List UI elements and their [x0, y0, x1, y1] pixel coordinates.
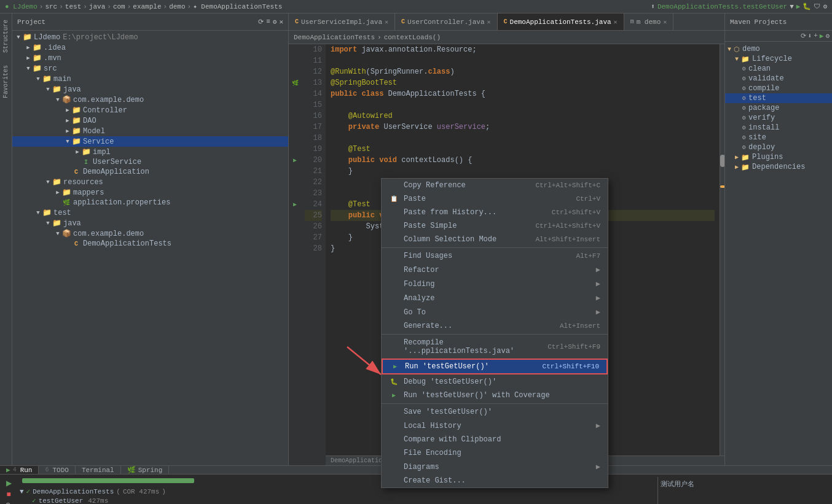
run-start-button[interactable]: ▶: [4, 478, 14, 488]
ctx-paste-history[interactable]: Paste from History... Ctrl+Shift+V: [382, 206, 608, 219]
maven-item-compile[interactable]: ⚙ compile: [725, 83, 832, 93]
tree-item-src[interactable]: ▼ 📁 src: [12, 63, 288, 74]
maven-item-plugins[interactable]: ▶ 📁 Plugins: [725, 152, 832, 162]
maven-item-clean[interactable]: ⚙ clean: [725, 64, 832, 74]
tree-item-main[interactable]: ▼ 📁 main: [12, 74, 288, 84]
maven-item-deploy[interactable]: ⚙ deploy: [725, 142, 832, 152]
bottom-tab-todo[interactable]: 6 TODO: [39, 466, 75, 474]
run-rerun-button[interactable]: ⟳: [4, 500, 14, 504]
tree-item-java-main[interactable]: ▼ 📁 java: [12, 84, 288, 95]
maven-run-icon[interactable]: ▶: [820, 32, 824, 40]
tree-item-demoapplication[interactable]: C DemoApplication: [12, 167, 288, 177]
settings-icon[interactable]: ⚙: [823, 2, 827, 10]
ctx-paste[interactable]: 📋 Paste Ctrl+V: [382, 192, 608, 206]
ctx-save[interactable]: Save 'testGetUser()': [382, 405, 608, 419]
maven-item-package[interactable]: ⚙ package: [725, 103, 832, 113]
bottom-tab-run[interactable]: ▶ 4 Run: [0, 466, 39, 474]
structure-tab[interactable]: Structure: [1, 16, 10, 56]
maven-item-demo[interactable]: ▼ ⬡ demo: [725, 44, 832, 54]
run-stop-button[interactable]: ■: [4, 489, 12, 499]
tab-userserviceimpl[interactable]: C UserServiceImpl.java ✕: [289, 14, 395, 31]
coverage-button[interactable]: 🛡: [814, 2, 820, 10]
tree-item-java-test[interactable]: ▼ 📁 java: [12, 218, 288, 228]
tree-item-dao[interactable]: ▶ 📁 DAO: [12, 115, 288, 126]
code-line: @SpringBootTest: [331, 77, 715, 88]
tree-item-controller[interactable]: ▶ 📁 Controller: [12, 105, 288, 115]
ctx-column-mode[interactable]: Column Selection Mode Alt+Shift+Insert: [382, 233, 608, 246]
ctx-label: Folding: [404, 280, 591, 289]
close-icon[interactable]: ✕: [279, 18, 283, 26]
tree-item-mvn[interactable]: ▶ 📁 .mvn: [12, 53, 288, 63]
maven-item-validate[interactable]: ⚙ validate: [725, 74, 832, 83]
tab-close-userserviceimpl[interactable]: ✕: [385, 18, 388, 26]
debug-button[interactable]: 🐛: [803, 2, 811, 10]
tree-label: java: [63, 85, 81, 94]
ctx-paste-simple[interactable]: Paste Simple Ctrl+Alt+Shift+V: [382, 219, 608, 233]
maven-item-verify[interactable]: ⚙ verify: [725, 113, 832, 123]
maven-download-icon[interactable]: ⬇: [808, 32, 812, 40]
tree-item-demoapptests[interactable]: C DemoApplicationTests: [12, 239, 288, 249]
maven-settings-icon[interactable]: ⚙: [825, 32, 830, 40]
maven-add-icon[interactable]: +: [814, 32, 818, 40]
ctx-folding[interactable]: Folding ▶: [382, 277, 608, 291]
ctx-goto[interactable]: Go To ▶: [382, 305, 608, 319]
ctx-diagrams[interactable]: Diagrams ▶: [382, 460, 608, 474]
maven-item-lifecycle[interactable]: ▼ 📁 Lifecycle: [725, 54, 832, 64]
tree-item-idea[interactable]: ▶ 📁 .idea: [12, 42, 288, 53]
run-gutter[interactable]: ▶: [289, 155, 301, 166]
ctx-analyze[interactable]: Analyze ▶: [382, 291, 608, 305]
ctx-find-usages[interactable]: Find Usages Alt+F7: [382, 249, 608, 263]
settings-icon[interactable]: ⚙: [273, 18, 277, 26]
tree-item-resources[interactable]: ▼ 📁 resources: [12, 177, 288, 187]
favorites-tab[interactable]: Favorites: [1, 61, 10, 102]
java-folder-icon: 📁: [52, 85, 61, 94]
tab-close-demo[interactable]: ✕: [663, 18, 667, 26]
bottom-tab-spring[interactable]: 🌿 Spring: [121, 466, 170, 474]
collapse-icon[interactable]: ≡: [266, 18, 270, 26]
run-gutter2[interactable]: ▶: [289, 199, 301, 210]
ctx-local-history[interactable]: Local History ▶: [382, 419, 608, 433]
tree-item-ljdemo[interactable]: ▼ 📁 LJdemo E:\project\LJdemo: [12, 32, 288, 42]
maven-item-install[interactable]: ⚙ install: [725, 123, 832, 133]
tree-label: DAO: [83, 117, 96, 125]
maven-refresh-icon[interactable]: ⟳: [801, 32, 806, 40]
tree-item-test-package[interactable]: ▼ 📦 com.example.demo: [12, 228, 288, 239]
ctx-run-coverage[interactable]: ▶ Run 'testGetUser()' with Coverage: [382, 389, 608, 402]
breadcrumb-class: DemoApplicationTests: [294, 34, 375, 41]
ctx-create-gist[interactable]: Create Gist...: [382, 474, 608, 487]
tab-demo-maven[interactable]: m m demo ✕: [624, 14, 674, 31]
tab-demoapplicationtests[interactable]: C DemoApplicationTests.java ✕: [498, 14, 624, 31]
tree-item-package[interactable]: ▼ 📦 com.example.demo: [12, 95, 288, 105]
maven-item-dependencies[interactable]: ▶ 📁 Dependencies: [725, 162, 832, 172]
tree-item-mappers[interactable]: ▶ 📁 mappers: [12, 187, 288, 198]
ctx-compare-clipboard[interactable]: Compare with Clipboard: [382, 433, 608, 446]
folder-icon: 📁: [32, 64, 42, 73]
tab-usercontroller[interactable]: C UserController.java ✕: [395, 14, 497, 31]
ctx-generate[interactable]: Generate... Alt+Insert: [382, 319, 608, 333]
tree-item-model[interactable]: ▶ 📁 Model: [12, 126, 288, 136]
vertical-scrollbar[interactable]: [720, 44, 724, 465]
ctx-refactor[interactable]: Refactor ▶: [382, 263, 608, 277]
maven-item-site[interactable]: ⚙ site: [725, 133, 832, 142]
run-button[interactable]: ▶: [796, 2, 801, 10]
run-test-suite[interactable]: ▼ ✓ DemoApplicationTests ( COR 427ms ): [20, 487, 653, 496]
bottom-tab-terminal[interactable]: Terminal: [76, 466, 121, 474]
maven-item-test[interactable]: ⚙ test: [725, 93, 832, 103]
ctx-recompile[interactable]: Recompile '...pplicationTests.java' Ctrl…: [382, 336, 608, 358]
ctx-copy-reference[interactable]: Copy Reference Ctrl+Alt+Shift+C: [382, 179, 608, 192]
run-test-case[interactable]: ✓ testGetUser 427ms: [20, 496, 653, 504]
tree-item-test[interactable]: ▼ 📁 test: [12, 207, 288, 218]
ctx-debug-testgetuser[interactable]: 🐛 Debug 'testGetUser()': [382, 375, 608, 389]
tree-item-service[interactable]: ▼ 📁 Service: [12, 136, 288, 147]
tree-item-impl[interactable]: ▶ 📁 impl: [12, 147, 288, 157]
tree-label: resources: [63, 178, 103, 187]
tree-path: E:\project\LJdemo: [63, 33, 138, 42]
tab-close-usercontroller[interactable]: ✕: [487, 18, 491, 26]
ctx-file-encoding[interactable]: File Encoding: [382, 446, 608, 460]
tree-item-appprops[interactable]: 🌿 application.properties: [12, 198, 288, 207]
ctx-run-testgetuser[interactable]: ▶ Run 'testGetUser()' Ctrl+Shift+F10: [383, 360, 606, 373]
tree-item-userservice[interactable]: I UserService: [12, 157, 288, 167]
java-interface-icon: I: [81, 159, 91, 166]
tab-close-demoapplicationtests[interactable]: ✕: [614, 18, 618, 26]
sync-icon[interactable]: ⟳: [258, 18, 264, 26]
